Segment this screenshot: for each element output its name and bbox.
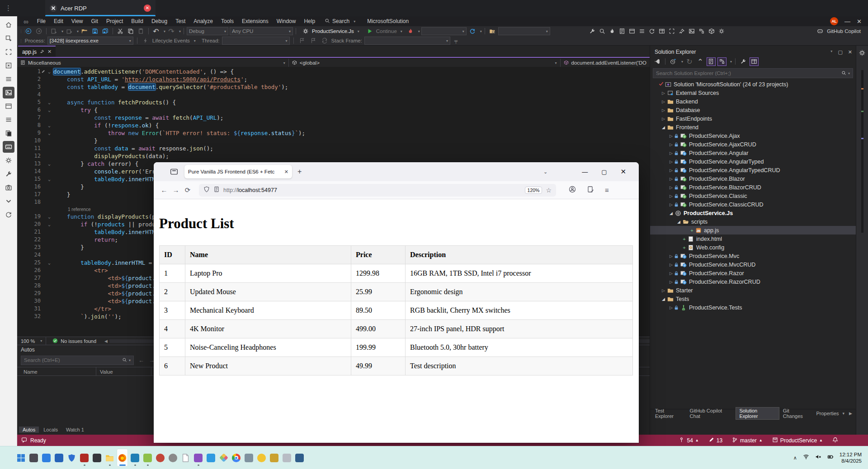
cycle-icon[interactable] [320,37,329,45]
code-line-11[interactable]: 11 const data = await response.json(); [17,145,650,152]
reload-icon[interactable]: ⟳ [182,186,193,194]
rdp-chevd-icon[interactable] [3,195,14,207]
pending-edits-button[interactable]: 13 [706,437,725,444]
stack-frame-dropdown[interactable]: ▾ [364,37,450,45]
code-line-12[interactable]: 12 displayProducts(data); [17,152,650,160]
tray-overflow-icon[interactable]: ∧ [793,455,797,461]
rdp-wrench-icon[interactable] [3,168,14,180]
flag-icon[interactable] [297,37,307,45]
tree-item[interactable]: ▷ProductService.ClassicCRUD [650,200,856,209]
taskbar-vscode-icon[interactable] [205,449,217,467]
tool-tab-test-explorer[interactable]: Test Explorer [652,408,686,419]
notifications-bell-icon[interactable] [830,437,841,444]
menu-tools[interactable]: Tools [217,16,238,26]
code-line-1[interactable]: 1⌄document.addEventListener('DOMContentL… [17,68,650,75]
tree-item[interactable]: ▷ProductService.Ajax [650,131,856,140]
tree-item[interactable]: ▷ProductService.Razor [650,269,856,277]
taskbar-visual-studio-icon[interactable] [193,449,204,467]
taskbar-gimp-icon[interactable] [167,449,179,467]
taskbar-start-icon[interactable] [15,449,27,467]
volume-muted-icon[interactable] [815,454,821,462]
sync-with-active-document-icon[interactable] [707,57,716,66]
undo-icon[interactable]: ↶ [151,27,160,35]
issues-indicator[interactable]: No issues found [46,338,103,344]
tree-item[interactable]: ▷ProductService.RazorCRUD [650,277,856,286]
rdp-session-tab[interactable]: Acer RDP ✕ [45,0,156,16]
rdp-sync-icon[interactable] [3,209,14,220]
menu-build[interactable]: Build [127,16,147,26]
preview-selected-icon[interactable] [750,57,759,66]
tool-tab-properties[interactable]: Properties [813,410,842,417]
git-branch-button[interactable]: master▲ [729,437,765,444]
hot-reload-icon[interactable] [406,27,415,35]
menu-project[interactable]: Project [102,16,127,26]
wifi-icon[interactable] [803,454,809,462]
lifecycle-label[interactable]: Lifecycle Events [152,38,190,43]
tree-item[interactable]: ▷ProductService.MvcCRUD [650,260,856,269]
rdp-home-icon[interactable] [3,19,14,31]
code-line-10[interactable]: 10 } [17,137,650,145]
tool-tab-git-changes[interactable]: Git Changes [780,408,813,419]
minimize-button[interactable]: — [844,18,850,25]
menu-analyze[interactable]: Analyze [189,16,217,26]
taskbar-clock[interactable]: 12:12 PM 8/4/2025 [840,451,862,464]
taskbar-image-viewer-icon[interactable] [155,449,166,467]
startup-project-button[interactable]: ProductService.Js▾ [299,27,362,35]
battery-icon[interactable] [827,454,834,462]
hot-reload-dropdown[interactable]: ▾ [421,27,467,35]
toolbar-panel-icon[interactable] [627,27,637,35]
toolbar-select-icon[interactable] [667,27,676,35]
paste-icon[interactable] [137,27,146,35]
tree-item[interactable]: ▷ProductService.AjaxCRUD [650,140,856,149]
tree-item[interactable]: Solution 'MicrosoftSolution' (24 of 23 p… [650,80,856,89]
firefox-view-icon[interactable] [170,168,178,176]
tree-item[interactable]: ▷ProductService.Classic [650,192,856,200]
solution-explorer-search[interactable]: ▾ [653,68,853,78]
restart-icon[interactable] [468,27,477,35]
rdp-expand-icon[interactable] [3,60,14,71]
tree-item[interactable]: ▷ProductService.BlazorCRUD [650,183,856,192]
taskbar-filezilla-icon[interactable] [79,449,90,467]
menu-help[interactable]: Help [300,16,319,26]
copy-icon[interactable] [126,27,135,35]
toolbar-wrench-icon[interactable] [588,27,597,35]
browse-with-icon[interactable] [488,27,497,35]
back-icon[interactable]: ← [158,186,170,194]
autos-tab-autos[interactable]: Autos [19,427,39,433]
navigate-forward-icon[interactable] [34,27,43,35]
taskbar-cyberduck-icon[interactable] [256,449,267,467]
tree-item[interactable]: ◢ProductService.Js [650,209,856,217]
tree-item[interactable]: ▷ProductService.Mvc [650,252,856,260]
zoom-level-badge[interactable]: 120% [525,187,542,194]
taskbar-pgadmin-icon[interactable] [281,449,292,467]
search-menu-button[interactable]: Search▾ [319,18,361,25]
navigate-back-icon[interactable] [24,27,33,35]
toolbar-flame-icon[interactable] [608,27,617,35]
save-icon[interactable] [90,27,99,35]
tree-item[interactable]: +JSapp.js [650,226,856,234]
panel-options-icon[interactable]: ▾ [830,49,832,55]
rdp-tab-close-icon[interactable]: ✕ [144,5,151,12]
toolbar-preview-icon[interactable] [657,27,666,35]
browser-menu-dots-icon[interactable]: ⋮ [0,4,17,12]
rdp-addwin-icon[interactable] [3,33,14,44]
save-all-icon[interactable] [101,27,110,35]
breadcrumb-project[interactable]: Miscellaneous▾ [17,59,289,67]
tree-item[interactable]: ▷Backend [650,97,856,106]
rdp-image-icon[interactable] [3,87,14,98]
taskbar-chrome-icon[interactable] [231,449,242,467]
close-tab-icon[interactable]: ✕ [47,49,52,55]
menu-git[interactable]: Git [87,16,102,26]
close-window-icon[interactable]: ✕ [620,168,626,176]
code-line-7[interactable]: 7 const response = await fetch(API_URL); [17,114,650,122]
taskbar-libreoffice-icon[interactable] [180,449,191,467]
toolbar-gear-icon[interactable] [717,27,726,35]
taskbar-postgresql-icon[interactable] [294,449,305,467]
taskbar-terminal-icon[interactable] [91,449,103,467]
collapse-all-icon[interactable]: ⌃ [696,57,705,66]
account-avatar[interactable]: AL [830,17,838,25]
tree-item[interactable]: ▷ProductService.Tests [650,303,856,312]
menu-window[interactable]: Window [273,16,300,26]
list-all-tabs-icon[interactable]: ⌄ [543,169,547,175]
new-item-icon[interactable] [49,27,58,35]
